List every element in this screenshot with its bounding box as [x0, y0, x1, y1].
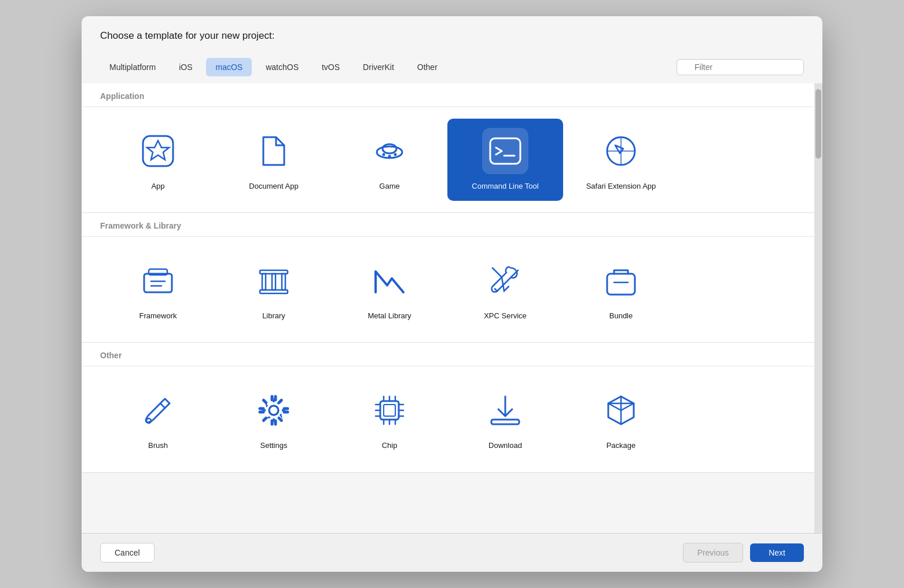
template-download[interactable]: Download [447, 378, 563, 460]
game-label: Game [379, 181, 399, 192]
download-icon-wrapper [482, 387, 528, 433]
svg-rect-16 [262, 274, 266, 290]
xpc-icon-wrapper [482, 258, 528, 304]
library-label: Library [262, 311, 285, 321]
svg-point-22 [146, 418, 151, 423]
document-app-label: Document App [249, 181, 298, 192]
svg-rect-25 [380, 401, 399, 420]
command-line-label: Command Line Tool [472, 181, 538, 192]
brush-icon-wrapper [135, 387, 181, 433]
download-icon [487, 392, 524, 429]
right-buttons: Previous Next [683, 543, 804, 563]
template-document-app[interactable]: Document App [216, 119, 332, 201]
template-safari-extension[interactable]: Safari Extension App [563, 119, 679, 201]
svg-rect-18 [282, 274, 285, 290]
template-library[interactable]: Library [216, 248, 332, 330]
template-settings[interactable]: Settings [216, 378, 332, 460]
game-icon-wrapper [366, 128, 413, 174]
document-app-icon [255, 133, 292, 170]
dialog-title: Choose a template for your new project: [100, 30, 274, 41]
template-framework[interactable]: Framework [100, 248, 216, 330]
filter-wrapper: ⊜ [677, 59, 804, 75]
template-brush[interactable]: Brush [100, 378, 216, 460]
tabs-filter-row: Multiplatform iOS macOS watchOS tvOS Dri… [82, 51, 822, 83]
package-icon-wrapper [598, 387, 644, 433]
template-command-line-tool[interactable]: Command Line Tool [447, 119, 563, 201]
section-framework: Framework & Library [82, 213, 822, 237]
svg-rect-20 [607, 274, 635, 295]
settings-icon-wrapper [251, 387, 297, 433]
library-icon [255, 262, 292, 299]
template-bundle[interactable]: Bundle [563, 248, 679, 330]
chip-label: Chip [382, 440, 398, 451]
filter-input[interactable] [677, 59, 804, 75]
scrollbar-track [814, 83, 822, 533]
dialog-footer: Cancel Previous Next [82, 533, 822, 572]
app-icon [139, 133, 177, 170]
svg-point-4 [388, 155, 391, 158]
svg-rect-10 [144, 274, 172, 292]
template-metal-library[interactable]: Metal Library [332, 248, 447, 330]
scrollbar-thumb[interactable] [815, 89, 821, 159]
content-wrapper: Application App [82, 83, 822, 533]
new-project-dialog: Choose a template for your new project: … [82, 16, 822, 572]
svg-rect-17 [272, 274, 275, 290]
template-game[interactable]: Game [332, 119, 447, 201]
tab-watchos[interactable]: watchOS [256, 58, 308, 76]
tab-driverkit[interactable]: DriverKit [354, 58, 403, 76]
document-app-icon-wrapper [251, 128, 297, 174]
command-line-icon [487, 133, 524, 170]
template-xpc-service[interactable]: XPC Service [447, 248, 563, 330]
xpc-icon [487, 262, 524, 299]
app-label: App [151, 181, 164, 192]
library-icon-wrapper [251, 258, 297, 304]
template-package[interactable]: Package [563, 378, 679, 460]
app-icon-wrapper [135, 128, 181, 174]
chip-icon-wrapper [366, 387, 413, 433]
framework-grid: Framework Library [82, 237, 822, 343]
section-application: Application [82, 83, 822, 107]
bundle-label: Bundle [609, 311, 633, 321]
brush-label: Brush [148, 440, 168, 451]
game-icon [371, 133, 408, 170]
settings-label: Settings [260, 440, 288, 451]
section-other: Other [82, 343, 822, 366]
next-button[interactable]: Next [750, 543, 804, 562]
metal-icon [371, 262, 408, 299]
bundle-icon [602, 262, 640, 299]
svg-point-24 [269, 406, 278, 415]
framework-label: Framework [139, 311, 177, 321]
tab-tvos[interactable]: tvOS [313, 58, 349, 76]
safari-extension-label: Safari Extension App [586, 181, 656, 192]
package-icon [602, 392, 640, 429]
previous-button[interactable]: Previous [683, 543, 743, 563]
safari-icon-wrapper [598, 128, 644, 174]
svg-rect-26 [384, 405, 395, 416]
application-grid: App Document App [82, 107, 822, 213]
content-area: Application App [82, 83, 822, 473]
safari-icon [602, 133, 640, 170]
tab-other[interactable]: Other [408, 58, 447, 76]
svg-point-5 [394, 153, 397, 156]
template-chip[interactable]: Chip [332, 378, 447, 460]
tab-multiplatform[interactable]: Multiplatform [100, 58, 165, 76]
dialog-header: Choose a template for your new project: [82, 16, 822, 51]
cancel-button[interactable]: Cancel [100, 543, 155, 563]
command-line-icon-wrapper [482, 128, 528, 174]
svg-point-2 [383, 144, 396, 153]
download-label: Download [488, 440, 522, 451]
chip-icon [371, 392, 408, 429]
package-label: Package [607, 440, 636, 451]
xpc-service-label: XPC Service [484, 311, 527, 321]
tab-macos[interactable]: macOS [206, 58, 252, 76]
settings-icon [255, 392, 292, 429]
metal-library-label: Metal Library [368, 311, 411, 321]
framework-icon [139, 262, 177, 299]
svg-point-3 [383, 153, 385, 156]
svg-line-19 [495, 289, 497, 291]
svg-rect-6 [490, 138, 520, 164]
metal-icon-wrapper [366, 258, 413, 304]
template-app[interactable]: App [100, 119, 216, 201]
tab-ios[interactable]: iOS [170, 58, 201, 76]
filter-area: ⊜ [677, 59, 804, 75]
